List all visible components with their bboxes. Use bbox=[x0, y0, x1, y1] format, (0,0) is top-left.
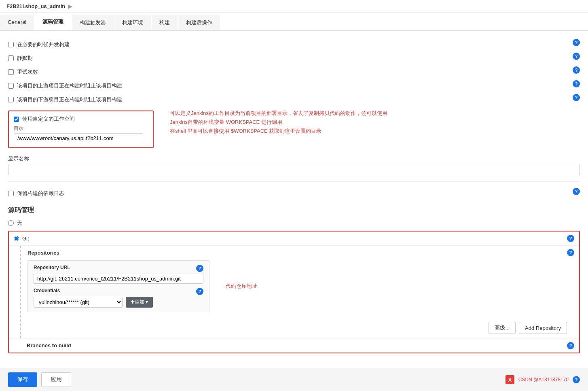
git-section: Git ? Repositories ? bbox=[8, 231, 580, 353]
retain-log-help-icon[interactable]: ? bbox=[573, 188, 580, 195]
cb4-help-icon[interactable]: ? bbox=[573, 80, 580, 87]
cb2-label: 静默期 bbox=[17, 55, 33, 62]
repositories-label: Repositories bbox=[27, 250, 59, 256]
branches-help-icon[interactable]: ? bbox=[567, 342, 574, 349]
repo-url-input[interactable] bbox=[34, 274, 203, 284]
retain-log-checkbox[interactable] bbox=[8, 191, 14, 196]
apply-button[interactable]: 应用 bbox=[41, 372, 71, 387]
csdn-credit: CSDN @A1311878170 bbox=[518, 377, 569, 382]
workspace-section: 使用自定义的工作空间 目录 bbox=[8, 110, 154, 148]
scm-none-row: 无 bbox=[8, 218, 580, 228]
top-bar: F2B211shop_us_admin ▶ bbox=[0, 0, 588, 13]
retain-log-row: 保留构建的依赖日志 ? bbox=[8, 187, 580, 200]
bottom-left-actions: 保存 应用 bbox=[8, 372, 71, 387]
cb1-label: 在必要的时候并发构建 bbox=[17, 41, 70, 48]
cb1-checkbox[interactable] bbox=[8, 42, 14, 47]
cb3-checkbox[interactable] bbox=[8, 69, 14, 75]
workspace-annotation: 可以定义Jenkins的工作目录为当前项目的部署目录，省去了复制拷贝代码的动作，… bbox=[170, 109, 580, 136]
workspace-checkbox[interactable] bbox=[14, 117, 19, 122]
cb5-help-icon[interactable]: ? bbox=[573, 94, 580, 101]
credentials-add-button[interactable]: ✚添加 ▾ bbox=[126, 297, 153, 308]
cb3-help-icon[interactable]: ? bbox=[573, 66, 580, 74]
tab-build[interactable]: 构建 bbox=[152, 15, 178, 30]
git-help-icon[interactable]: ? bbox=[567, 235, 574, 242]
tab-post-build[interactable]: 构建后操作 bbox=[178, 15, 220, 30]
retain-log-label: 保留构建的依赖日志 bbox=[17, 190, 64, 197]
x-badge: X bbox=[506, 375, 514, 384]
cb5-label: 该项目的下游项目正在构建时阻止该项目构建 bbox=[17, 96, 122, 103]
repo-section: Repository URL ? Credentials ? bbox=[27, 258, 579, 314]
display-name-section: 显示名称 bbox=[8, 154, 580, 176]
workspace-label: 使用自定义的工作空间 bbox=[22, 115, 75, 123]
bottom-bar: 保存 应用 X CSDN @A1311878170 ? bbox=[0, 368, 588, 391]
cb1-help-icon[interactable]: ? bbox=[573, 39, 580, 46]
scm-none-radio[interactable] bbox=[8, 220, 14, 226]
credentials-help-icon[interactable]: ? bbox=[196, 288, 203, 295]
cb2-checkbox[interactable] bbox=[8, 55, 14, 61]
repo-url-label: Repository URL bbox=[34, 265, 70, 270]
cb3-row: 重试次数 ? bbox=[8, 65, 580, 79]
repo-url-help-icon[interactable]: ? bbox=[196, 265, 203, 272]
tab-triggers[interactable]: 构建触发器 bbox=[72, 15, 114, 30]
cb1-row: 在必要的时候并发构建 ? bbox=[8, 38, 580, 51]
cb2-row: 静默期 ? bbox=[8, 51, 580, 65]
scm-git-label: Git bbox=[22, 236, 29, 242]
git-header: Git ? bbox=[9, 232, 579, 246]
content-area: 在必要的时候并发构建 ? 静默期 ? 重试次数 ? 该项目的上游项目正在构建时阻… bbox=[0, 31, 588, 374]
cb4-checkbox[interactable] bbox=[8, 83, 14, 89]
dir-label: 目录 bbox=[14, 125, 148, 132]
cb4-label: 该项目的上游项目正在构建时阻止该项目构建 bbox=[17, 82, 122, 89]
repositories-header: Repositories ? bbox=[27, 246, 579, 258]
scm-git-radio[interactable] bbox=[14, 236, 19, 241]
repositories-help-icon[interactable]: ? bbox=[567, 249, 574, 256]
git-body: Repositories ? Repository URL ? bbox=[9, 246, 579, 338]
save-button[interactable]: 保存 bbox=[8, 372, 37, 387]
cb4-row: 该项目的上游项目正在构建时阻止该项目构建 ? bbox=[8, 79, 580, 93]
scm-title: 源码管理 bbox=[8, 206, 580, 215]
credentials-select[interactable]: yulinzhihou/****** (git) bbox=[34, 297, 123, 308]
action-buttons-row: 高级... Add Repository bbox=[27, 318, 579, 338]
credentials-label: Credentials bbox=[34, 288, 60, 293]
tab-env[interactable]: 构建环境 bbox=[114, 15, 151, 30]
add-repository-button[interactable]: Add Repository bbox=[519, 322, 567, 334]
display-name-input[interactable] bbox=[8, 164, 580, 175]
tab-general[interactable]: General bbox=[0, 15, 34, 30]
bottom-help-icon[interactable]: ? bbox=[573, 376, 580, 383]
bottom-right-info: X CSDN @A1311878170 ? bbox=[506, 375, 580, 384]
workspace-dir-input[interactable] bbox=[14, 133, 143, 143]
cb5-row: 该项目的下游项目正在构建时阻止该项目构建 ? bbox=[8, 93, 580, 106]
repo-url-annotation: 代码仓库地址 bbox=[226, 282, 257, 291]
project-title[interactable]: F2B211shop_us_admin bbox=[6, 3, 65, 9]
branches-label: Branches to build bbox=[27, 340, 71, 351]
breadcrumb-arrow: ▶ bbox=[68, 3, 72, 9]
repo-box: Repository URL ? Credentials ? bbox=[27, 260, 209, 312]
tab-scm[interactable]: 源码管理 bbox=[35, 14, 71, 30]
cb5-checkbox[interactable] bbox=[8, 97, 14, 102]
tabs-bar: General 源码管理 构建触发器 构建环境 构建 构建后操作 bbox=[0, 13, 588, 31]
cb3-label: 重试次数 bbox=[17, 68, 38, 76]
cb2-help-icon[interactable]: ? bbox=[573, 53, 580, 60]
advanced-button[interactable]: 高级... bbox=[489, 322, 516, 334]
scm-none-label: 无 bbox=[17, 219, 22, 227]
display-name-label: 显示名称 bbox=[8, 155, 580, 162]
branches-section: Branches to build ? bbox=[9, 338, 579, 353]
